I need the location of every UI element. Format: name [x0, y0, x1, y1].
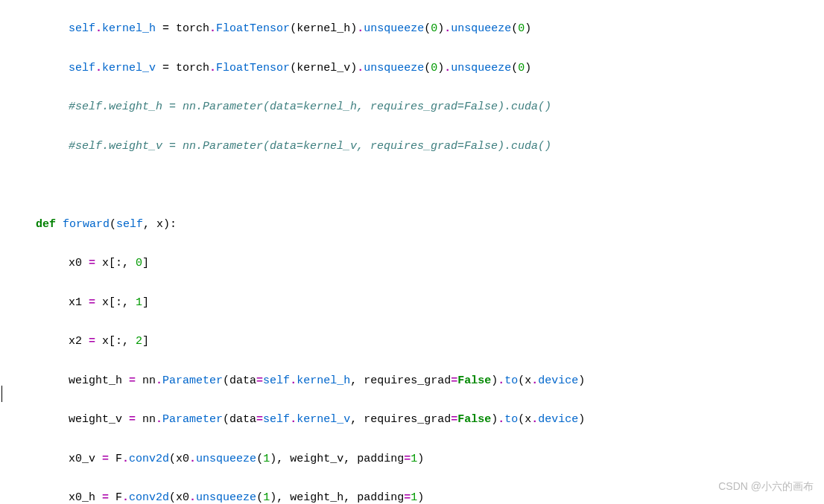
code-comment: #self.weight_h = nn.Parameter(data=kerne…: [0, 98, 824, 117]
blank-line: [0, 176, 824, 195]
code-line: x2 = x[:, 2]: [0, 332, 824, 351]
code-line: x0 = x[:, 0]: [0, 254, 824, 273]
code-line: weight_h = nn.Parameter(data=self.kernel…: [0, 371, 824, 391]
code-line: x1 = x[:, 1]: [0, 293, 824, 313]
code-block: self.kernel_h = torch.FloatTensor(kernel…: [0, 0, 824, 504]
code-line: weight_v = nn.Parameter(data=self.kernel…: [0, 410, 824, 430]
code-line: self.kernel_v = torch.FloatTensor(kernel…: [0, 59, 824, 78]
code-line: self.kernel_h = torch.FloatTensor(kernel…: [0, 19, 824, 39]
code-comment: #self.weight_v = nn.Parameter(data=kerne…: [0, 137, 824, 156]
code-line: x0_v = F.conv2d(x0.unsqueeze(1), weight_…: [0, 450, 824, 469]
text-cursor: [1, 386, 2, 402]
code-line: x0_h = F.conv2d(x0.unsqueeze(1), weight_…: [0, 488, 824, 504]
code-line: def forward(self, x):: [0, 215, 824, 235]
watermark: CSDN @小六的画布: [718, 477, 814, 496]
